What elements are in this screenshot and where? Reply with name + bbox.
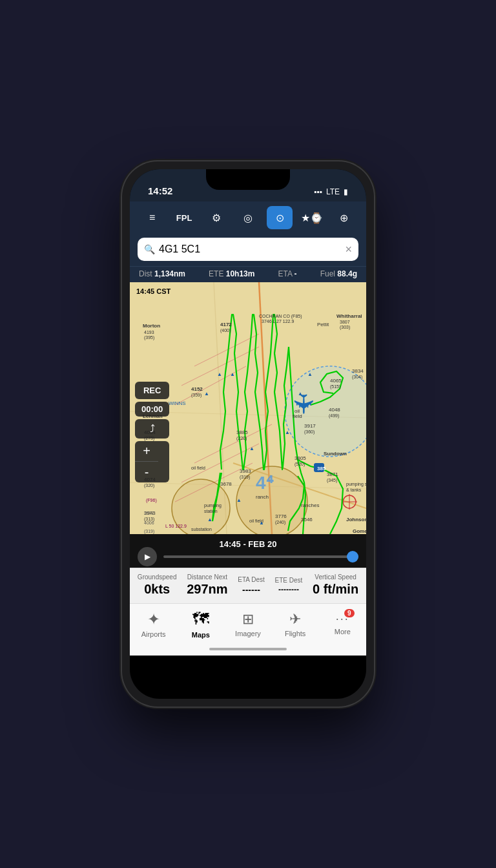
distance-next-stat: Distance Next 297nm xyxy=(187,574,227,597)
svg-text:(515): (515) xyxy=(330,384,340,389)
toolbar: ≡ FPL ⚙ ◎ ⊙ ★⌚ ⊕ xyxy=(130,202,366,234)
svg-text:(319): (319) xyxy=(240,475,250,480)
svg-text:3885: 3885 xyxy=(236,429,248,435)
svg-text:▲: ▲ xyxy=(307,371,313,377)
ete-dest-stat: ETE Dest -------- xyxy=(275,577,303,594)
svg-text:3983: 3983 xyxy=(240,468,251,474)
route-button[interactable]: ⤴ xyxy=(135,419,169,439)
nav-airports[interactable]: ✦ Airports xyxy=(134,610,173,638)
svg-text:COCHRAN CO (F85): COCHRAN CO (F85) xyxy=(259,314,302,319)
ete-label: ETE 10h13m xyxy=(209,269,254,278)
settings-button[interactable]: ⚙ xyxy=(203,206,229,229)
rec-button[interactable]: REC xyxy=(135,382,169,399)
airports-label: Airports xyxy=(141,630,166,638)
signal-icon: ▪▪▪ xyxy=(314,187,322,196)
compass-button[interactable]: ◎ xyxy=(235,206,261,229)
nav-flights[interactable]: ✈ Flights xyxy=(276,611,315,637)
target-button[interactable]: ⊕ xyxy=(331,206,356,229)
vertical-speed-label: Vertical Speed xyxy=(315,574,356,581)
notch xyxy=(206,169,290,190)
svg-text:Johnson: Johnson xyxy=(346,517,366,522)
svg-text:3678: 3678 xyxy=(220,481,232,487)
lte-label: LTE xyxy=(326,187,340,196)
play-button[interactable]: ▶ xyxy=(138,547,157,566)
search-input-wrap[interactable]: 🔍 × xyxy=(138,238,358,261)
play-icon: ▶ xyxy=(145,552,150,561)
maps-icon: 🗺 xyxy=(192,609,209,629)
svg-text:4⁴: 4⁴ xyxy=(256,473,274,493)
left-controls: REC 00:00 ⤴ + - xyxy=(135,382,169,482)
svg-text:Pettit: Pettit xyxy=(317,322,329,327)
svg-text:(319): (319) xyxy=(144,529,154,534)
svg-text:oil field: oil field xyxy=(191,466,205,470)
more-badge-wrap: ··· 9 xyxy=(336,612,349,626)
zoom-controls: + - xyxy=(135,441,169,482)
nav-imagery[interactable]: ⊞ Imagery xyxy=(229,611,267,637)
history-button[interactable]: ★⌚ xyxy=(299,206,325,229)
search-bar: 🔍 × xyxy=(130,234,366,266)
svg-text:pumping station: pumping station xyxy=(346,482,366,487)
clear-button[interactable]: × xyxy=(345,243,352,256)
distance-next-label: Distance Next xyxy=(187,574,227,581)
svg-text:3977: 3977 xyxy=(144,511,154,515)
timeline-track[interactable] xyxy=(163,555,358,558)
svg-text:▲: ▲ xyxy=(204,391,209,397)
svg-text:3776: 3776 xyxy=(275,513,287,519)
svg-text:▲: ▲ xyxy=(236,497,242,503)
svg-text:Whitharral: Whitharral xyxy=(336,313,362,319)
svg-text:ranches: ranches xyxy=(301,502,319,508)
svg-text:(520): (520) xyxy=(294,462,305,467)
svg-text:(395): (395) xyxy=(144,335,154,340)
svg-text:▲: ▲ xyxy=(217,371,222,377)
map-area[interactable]: ▲ ▲ ▲ ▲ ▲ ▲ ▲ ▲ ▲ ▲ xyxy=(130,282,366,534)
nav-maps[interactable]: 🗺 Maps xyxy=(181,609,220,639)
svg-text:Sundown: Sundown xyxy=(324,451,347,457)
search-icon: 🔍 xyxy=(144,244,155,254)
svg-text:station: station xyxy=(204,509,218,513)
zoom-in-button[interactable]: + xyxy=(135,441,158,462)
imagery-icon: ⊞ xyxy=(242,611,254,628)
svg-text:4006: 4006 xyxy=(144,521,154,525)
phone-device: 14:52 ▪▪▪ LTE ▮ ≡ FPL ⚙ ◎ ⊙ xyxy=(122,161,374,707)
svg-text:4172: 4172 xyxy=(220,322,232,327)
flights-icon: ✈ xyxy=(289,611,301,628)
zoom-out-button[interactable]: - xyxy=(135,462,158,482)
svg-text:4048: 4048 xyxy=(329,407,340,413)
svg-text:(499): (499) xyxy=(329,413,339,418)
status-bar: 14:52 ▪▪▪ LTE ▮ xyxy=(130,169,366,202)
svg-text:▲: ▲ xyxy=(207,517,212,522)
eta-dest-label: ETA Dest xyxy=(238,576,265,583)
svg-text:oil field: oil field xyxy=(249,519,264,523)
timeline-bar: 14:45 - FEB 20 ▶ xyxy=(130,534,366,568)
svg-text:(345): (345) xyxy=(327,478,337,483)
distance-next-value: 297nm xyxy=(187,582,227,597)
nav-more[interactable]: ··· 9 More xyxy=(323,612,362,636)
svg-text:3746 L 27 122.9: 3746 L 27 122.9 xyxy=(262,319,294,324)
layers-button[interactable]: ≡ xyxy=(140,206,165,229)
svg-text:3807: 3807 xyxy=(340,320,350,324)
vertical-speed-stat: Vertical Speed 0 ft/min xyxy=(313,574,358,597)
svg-text:385: 385 xyxy=(317,466,326,471)
eta-label: ETA - xyxy=(278,269,296,278)
target-icon: ⊕ xyxy=(340,212,348,224)
battery-icon: ▮ xyxy=(344,187,348,196)
aircraft-icon: ✈ xyxy=(287,393,319,415)
groundspeed-label: Groundspeed xyxy=(138,574,177,581)
search-input[interactable] xyxy=(159,243,341,255)
svg-text:4152: 4152 xyxy=(191,386,203,392)
svg-text:4065: 4065 xyxy=(330,378,342,384)
flight-info-bar: Dist 1,134nm ETE 10h13m ETA - Fuel 88.4g xyxy=(130,266,366,282)
fpl-label: FPL xyxy=(176,213,192,223)
ete-dest-value: -------- xyxy=(278,585,299,594)
timer-button[interactable]: ⊙ xyxy=(267,206,293,229)
fpl-button[interactable]: FPL xyxy=(171,206,197,229)
svg-text:4193: 4193 xyxy=(144,330,154,335)
timeline-date: 14:45 - FEB 20 xyxy=(220,539,277,549)
stats-bar: Groundspeed 0kts Distance Next 297nm ETA… xyxy=(130,568,366,603)
svg-text:(360): (360) xyxy=(304,429,315,435)
svg-text:3834: 3834 xyxy=(352,368,364,374)
bottom-nav: ✦ Airports 🗺 Maps ⊞ Imagery ✈ Flights ··… xyxy=(130,603,366,643)
svg-text:▲: ▲ xyxy=(285,429,290,435)
vertical-speed-value: 0 ft/min xyxy=(313,582,358,597)
timeline-progress-dot xyxy=(347,551,358,563)
